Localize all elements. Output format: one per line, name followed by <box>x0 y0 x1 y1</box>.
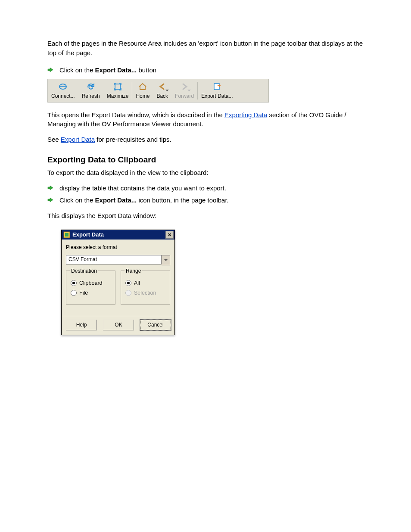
export-data-link[interactable]: Export Data <box>61 136 95 143</box>
toolbar-label: Refresh <box>82 93 100 100</box>
radio-icon <box>71 280 77 286</box>
group-legend: Range <box>125 268 142 275</box>
section-description: To export the data displayed in the view… <box>47 168 370 177</box>
radio-icon <box>125 290 131 296</box>
toolbar-forward-button[interactable]: Forward <box>171 79 197 102</box>
toolbar-back-button[interactable]: Back <box>153 79 171 102</box>
toolbar-label: Forward <box>175 93 194 100</box>
dialog-prompt: Please select a format <box>66 244 170 251</box>
radio-label: Clipboard <box>79 279 103 287</box>
step-text: display the table that contains the data… <box>59 184 226 193</box>
back-icon <box>158 82 167 91</box>
toolbar-label: Maximize <box>107 93 129 100</box>
arrow-right-icon <box>47 197 53 203</box>
svg-rect-2 <box>115 84 120 89</box>
format-value: CSV Format <box>66 255 162 264</box>
toolbar-label: Export Data... <box>201 93 233 100</box>
toolbar-refresh-button[interactable]: Refresh <box>78 79 103 102</box>
radio-icon <box>71 290 77 296</box>
step-displays-window: This displays the Export Data window: <box>47 211 370 221</box>
radio-icon <box>125 280 131 286</box>
ok-button[interactable]: OK <box>103 320 134 330</box>
maximize-icon <box>113 82 122 91</box>
see-paragraph: See Export Data for pre-requisites and t… <box>47 135 370 144</box>
svg-rect-5 <box>65 233 68 236</box>
bullet-bold: Export Data... <box>95 66 137 74</box>
arrow-right-icon <box>47 67 53 73</box>
step-display-table: display the table that contains the data… <box>47 184 370 193</box>
toolbar-label: Back <box>156 93 168 100</box>
destination-clipboard-radio[interactable]: Clipboard <box>71 279 111 287</box>
home-icon <box>138 82 147 91</box>
svg-rect-3 <box>214 84 219 90</box>
section-heading: Exporting Data to Clipboard <box>47 154 370 166</box>
toolbar-connect-button[interactable]: Connect... <box>48 79 78 102</box>
toolbar-maximize-button[interactable]: Maximize <box>103 79 132 102</box>
toolbar-label: Home <box>136 93 149 100</box>
range-all-radio[interactable]: All <box>125 279 165 287</box>
step-click-export: Click on the Export Data... icon button,… <box>47 196 370 205</box>
format-dropdown[interactable]: CSV Format <box>66 255 170 264</box>
radio-label: File <box>79 289 88 297</box>
intro-paragraph: Each of the pages in the Resource Area i… <box>47 39 370 58</box>
export-icon <box>212 82 222 91</box>
refresh-icon <box>86 82 96 91</box>
bullet-trail: button <box>138 66 156 74</box>
range-group: Range All Selection <box>121 271 170 305</box>
toolbar-figure: Connect... Refresh Maximize Home <box>47 79 370 102</box>
destination-group: Destination Clipboard File <box>66 271 115 305</box>
dialog-titlebar: Export Data ✕ <box>62 230 174 240</box>
app-icon <box>63 231 70 238</box>
exporting-data-link[interactable]: Exporting Data <box>224 111 267 118</box>
radio-label: All <box>134 279 140 287</box>
chevron-down-icon[interactable] <box>162 255 170 265</box>
destination-file-radio[interactable]: File <box>71 289 111 297</box>
toolbar-export-button[interactable]: Export Data... <box>198 79 236 102</box>
close-button[interactable]: ✕ <box>165 231 174 239</box>
radio-label: Selection <box>134 289 156 297</box>
forward-icon <box>180 82 189 91</box>
dialog-title-text: Export Data <box>72 231 104 239</box>
toolbar-home-button[interactable]: Home <box>132 79 153 102</box>
connect-icon <box>58 82 68 91</box>
bullet-lead: Click on the <box>59 66 93 74</box>
step-text: Click on the Export Data... icon button,… <box>59 196 229 205</box>
arrow-right-icon <box>47 185 53 191</box>
range-selection-radio: Selection <box>125 289 165 297</box>
group-legend: Destination <box>70 268 98 275</box>
toolbar-label: Connect... <box>51 93 75 100</box>
help-button[interactable]: Help <box>66 320 97 330</box>
export-data-dialog: Export Data ✕ Please select a format CSV… <box>61 230 175 335</box>
export-window-paragraph: This opens the Export Data window, which… <box>47 110 370 129</box>
bullet-click-export: Click on the Export Data... button <box>47 65 370 75</box>
cancel-button[interactable]: Cancel <box>140 320 171 330</box>
